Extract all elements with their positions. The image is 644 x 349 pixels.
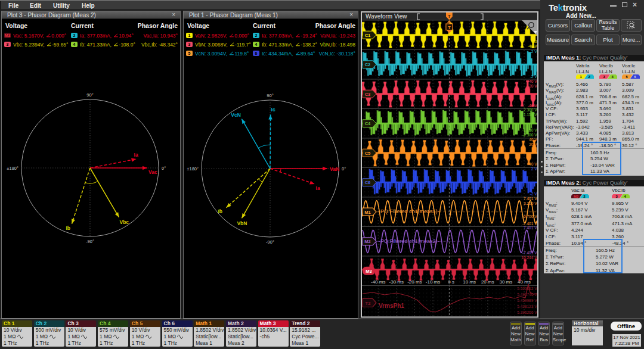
- svg-text:2 V: 2 V: [531, 49, 537, 54]
- svg-text:Ic: Ic: [271, 107, 275, 113]
- svg-text:2: 2: [588, 75, 590, 79]
- svg-text:2: 2: [583, 195, 585, 198]
- svg-text:7.401 V: 7.401 V: [524, 226, 537, 230]
- svg-text:40 V: 40 V: [529, 79, 537, 83]
- svg-text:40 ms: 40 ms: [518, 279, 531, 285]
- svg-text:C6: C6: [365, 180, 371, 185]
- svg-text:-20 ms: -20 ms: [407, 279, 422, 285]
- svg-text:C3: C3: [365, 92, 371, 97]
- svg-text:C5: C5: [365, 151, 371, 156]
- svg-text:-2.300 V: -2.300 V: [522, 133, 537, 137]
- svg-text:M3: M3: [366, 269, 371, 274]
- svg-text:Ia: Ia: [316, 185, 320, 191]
- svg-text:-40 V: -40 V: [528, 104, 537, 108]
- svg-text:VaN: VaN: [330, 166, 339, 172]
- svg-text:-20: -20: [531, 39, 537, 43]
- svg-text:C1: C1: [365, 33, 371, 38]
- svg-text:VbN: VbN: [237, 220, 247, 226]
- svg-text:-2 V: -2 V: [530, 74, 538, 79]
- svg-text:5.459989 V: 5.459989 V: [517, 298, 537, 303]
- svg-text:-7.401 V: -7.401 V: [522, 222, 537, 226]
- svg-text:-30 ms: -30 ms: [389, 279, 404, 285]
- svg-text:90°: 90°: [86, 92, 93, 98]
- svg-text:Vac: Vac: [148, 169, 157, 175]
- svg-text:M1: M1: [364, 210, 370, 215]
- svg-text:-40 V: -40 V: [528, 44, 537, 48]
- svg-text:-PQ:Filtered ch1(meas1)-: -PQ:Filtered ch1(meas1)-: [379, 208, 439, 214]
- svg-text:30 ms: 30 ms: [500, 279, 513, 285]
- svg-text:±180°: ±180°: [7, 166, 18, 171]
- svg-text:M3: M3: [574, 195, 579, 198]
- svg-text:20 ms: 20 ms: [481, 279, 494, 285]
- svg-text:20 V: 20 V: [529, 142, 537, 147]
- svg-text:7.401 V: 7.401 V: [524, 197, 537, 201]
- svg-text:-1.150 V: -1.150 V: [522, 128, 537, 132]
- svg-text:1.150 V: 1.150 V: [524, 113, 537, 117]
- svg-text:VrmsPh1: VrmsPh1: [379, 303, 404, 309]
- svg-text:0.700 V: 0.700 V: [524, 214, 537, 219]
- svg-text:10.244 V: 10.244 V: [521, 255, 537, 260]
- svg-text:±180°: ±180°: [187, 166, 199, 172]
- svg-text:C4: C4: [365, 121, 371, 126]
- svg-text:Vbc: Vbc: [120, 219, 129, 225]
- svg-text:10 ms: 10 ms: [463, 279, 476, 285]
- svg-text:-7.401 V: -7.401 V: [522, 251, 537, 255]
- svg-text:M2: M2: [364, 239, 370, 244]
- svg-text:90°: 90°: [267, 93, 273, 98]
- svg-text:C2: C2: [365, 62, 371, 67]
- svg-text:VcN: VcN: [231, 112, 241, 118]
- svg-text:0 s: 0 s: [448, 279, 454, 285]
- svg-text:Ib: Ib: [66, 225, 71, 231]
- svg-text:-90°: -90°: [86, 239, 94, 244]
- svg-text:Ib: Ib: [218, 208, 223, 214]
- svg-text:-40 V: -40 V: [528, 162, 537, 166]
- svg-text:T: T: [448, 14, 451, 19]
- svg-text:2.300 V: 2.300 V: [524, 108, 537, 112]
- svg-text:-10 ms: -10 ms: [426, 279, 440, 285]
- svg-text:20 V: 20 V: [529, 84, 537, 88]
- svg-text:5.428123 V: 5.428123 V: [517, 304, 537, 309]
- svg-text:Ia: Ia: [134, 152, 138, 158]
- svg-text:5.396266 V: 5.396266 V: [517, 310, 537, 314]
- svg-text:-90°: -90°: [266, 239, 274, 245]
- svg-text:T2: T2: [366, 301, 371, 306]
- svg-text:40 V: 40 V: [529, 138, 537, 142]
- svg-text:0°: 0°: [162, 166, 166, 171]
- svg-text:2 V: 2 V: [531, 167, 537, 171]
- svg-text:0°: 0°: [342, 166, 346, 172]
- svg-text:-PQ:Filtered ch1(meas2)-: -PQ:Filtered ch1(meas2)-: [379, 238, 439, 244]
- svg-text:T: T: [448, 25, 451, 30]
- svg-text:3.200 V: 3.200 V: [524, 201, 537, 205]
- svg-text:5.523612 V: 5.523612 V: [517, 286, 537, 291]
- svg-text:-2 V: -2 V: [530, 192, 538, 196]
- svg-text:-40 ms: -40 ms: [371, 279, 385, 285]
- svg-text:Waveform View: Waveform View: [366, 13, 407, 20]
- svg-text:5.491746 V: 5.491746 V: [517, 292, 537, 297]
